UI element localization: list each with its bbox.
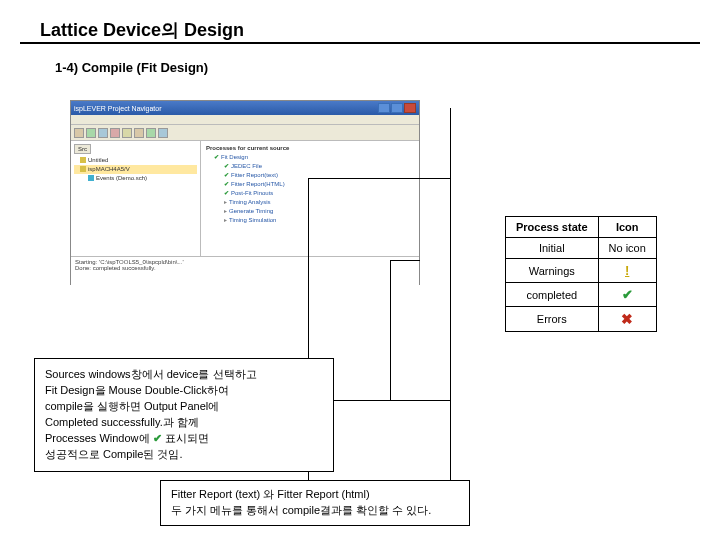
process-item: ▸Generate Timing [204,207,416,216]
process-state-table: Process state Icon Initial No icon Warni… [505,216,657,332]
annotation-box-1: Sources windows창에서 device를 선택하고 Fit Desi… [34,358,334,472]
app-window-title: ispLEVER Project Navigator [74,105,162,112]
connector-line [390,260,420,261]
table-header-row: Process state Icon [506,217,657,238]
app-toolbar [71,125,419,141]
state-cell: Errors [506,307,599,332]
tree-item: Untitled [74,156,197,165]
tree-item-selected: ispMACH4A5/V [74,165,197,174]
state-cell: completed [506,283,599,307]
output-panel: Starting: 'C:\ispTOOLS5_0\ispcpld\bin\..… [71,256,419,286]
toolbar-icon [122,128,132,138]
state-cell: Initial [506,238,599,259]
check-icon: ✔ [622,287,633,302]
table-row: Initial No icon [506,238,657,259]
app-screenshot: ispLEVER Project Navigator Src Untitled … [70,100,420,285]
note-line: Fitter Report (text) 와 Fitter Report (ht… [171,488,370,500]
table-header: Process state [506,217,599,238]
note-line: compile을 실행하면 Output Panel에 [45,400,219,412]
process-item: ▸Timing Analysis [204,198,416,207]
table-row: completed ✔ [506,283,657,307]
app-body: Src Untitled ispMACH4A5/V Events (Demo.s… [71,141,419,256]
note-line: Processes Window에 [45,432,153,444]
output-line: Done: completed successfully. [75,265,415,271]
toolbar-icon [134,128,144,138]
table-row: Errors ✖ [506,307,657,332]
connector-line [308,178,450,179]
connector-line [390,260,391,400]
page-subtitle: 1-4) Compile (Fit Design) [55,60,208,75]
error-icon: ✖ [621,311,633,327]
check-icon: ✔ [153,432,162,444]
processes-pane: Processes for current source ✔Fit Design… [201,141,419,256]
connector-line [334,400,450,401]
sources-tabs: Src [74,144,197,154]
title-underline [20,42,700,44]
icon-cell: ✖ [598,307,656,332]
table-row: Warnings ! [506,259,657,283]
table-header: Icon [598,217,656,238]
icon-cell: ! [598,259,656,283]
process-item: ▸Timing Simulation [204,216,416,225]
close-icon [404,103,416,113]
process-item: ✔Post-Fit Pinouts [204,189,416,198]
process-item: ✔Fitter Report(HTML) [204,180,416,189]
note-line: Completed successfully.과 함께 [45,416,199,428]
connector-line [450,108,451,480]
toolbar-icon [74,128,84,138]
page-title: Lattice Device의 Design [40,18,244,42]
app-menubar [71,115,419,125]
tree-item: Events (Demo.sch) [74,174,197,183]
toolbar-icon [110,128,120,138]
process-item: ✔Fit Design [204,153,416,162]
icon-cell: No icon [598,238,656,259]
processes-header: Processes for current source [204,144,416,153]
icon-cell: ✔ [598,283,656,307]
note-line: 성공적으로 Compile된 것임. [45,448,183,460]
annotation-box-2: Fitter Report (text) 와 Fitter Report (ht… [160,480,470,526]
toolbar-icon [146,128,156,138]
sources-tab: Src [74,144,91,154]
toolbar-icon [86,128,96,138]
toolbar-icon [158,128,168,138]
state-cell: Warnings [506,259,599,283]
minimize-icon [378,103,390,113]
note-line: Sources windows창에서 device를 선택하고 [45,368,257,380]
sources-pane: Src Untitled ispMACH4A5/V Events (Demo.s… [71,141,201,256]
app-titlebar: ispLEVER Project Navigator [71,101,419,115]
toolbar-icon [98,128,108,138]
note-line: Fit Design을 Mouse Double-Click하여 [45,384,229,396]
maximize-icon [391,103,403,113]
process-item: ✔JEDEC File [204,162,416,171]
note-line: 두 가지 메뉴를 통해서 compile결과를 확인할 수 있다. [171,504,431,516]
note-line: 표시되면 [162,432,209,444]
warning-icon: ! [625,263,629,278]
